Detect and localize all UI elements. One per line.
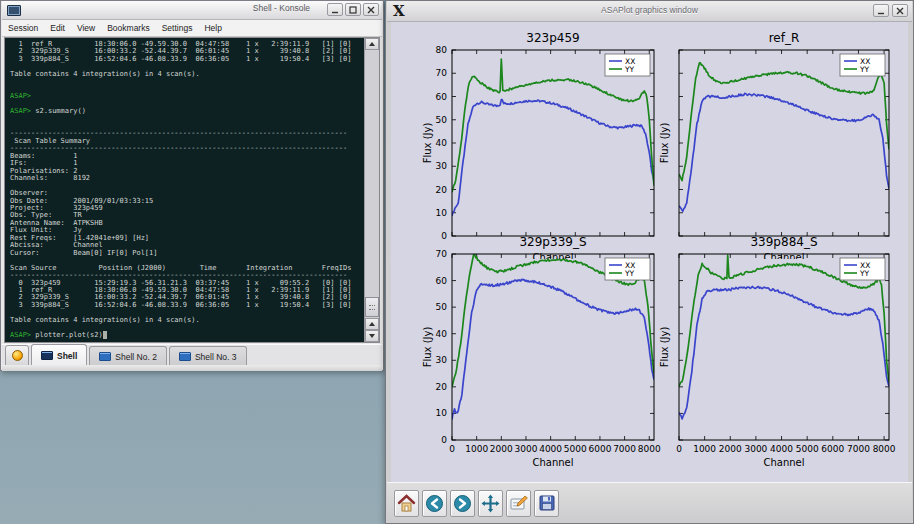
terminal-line: ASAP> s2.summary() (10, 108, 364, 115)
edit-button[interactable] (506, 490, 531, 517)
scrollbar-thumb[interactable] (365, 297, 379, 317)
x-tick-label: 7000 (613, 444, 636, 454)
subplot-title: 339p884_S (750, 235, 817, 249)
y-axis-label: Flux (Jy) (659, 123, 670, 164)
terminal-line: ASAP> plotter.plot(s2) (10, 332, 364, 339)
tab-shell-no-2[interactable]: Shell No. 2 (89, 346, 167, 366)
save-button[interactable] (534, 490, 559, 517)
x-tick-label: 5000 (796, 444, 819, 454)
x-tick-label: 2000 (719, 444, 742, 454)
tab-label: Shell No. 2 (115, 352, 157, 362)
menu-item-edit[interactable]: Edit (44, 20, 71, 36)
asaplot-window: X ASAPlot graphics window 01020304050607… (385, 0, 914, 524)
scroll-up-button[interactable] (365, 38, 379, 50)
forward-button[interactable] (450, 490, 475, 517)
series-XX-line (679, 93, 889, 211)
y-tick-label: 20 (436, 382, 448, 392)
y-axis-label: Flux (Jy) (422, 123, 433, 164)
legend-label: YY (624, 65, 635, 74)
close-button[interactable] (363, 3, 379, 16)
new-session-button[interactable] (5, 345, 29, 366)
plots-canvas[interactable]: 01020304050607080323p459Flux (Jy)XXYYref… (391, 22, 908, 482)
terminal-line (10, 78, 364, 85)
x-tick-label: 4000 (539, 444, 562, 454)
konsole-bottom-frame (2, 365, 382, 371)
konsole-titlebar[interactable]: Shell - Konsole (2, 1, 382, 20)
x-tick-label: 1000 (693, 444, 716, 454)
asaplot-close-button[interactable] (892, 4, 908, 17)
x-tick-label: 3000 (744, 444, 767, 454)
pan-button[interactable] (478, 490, 503, 517)
menu-item-session[interactable]: Session (2, 20, 44, 36)
x-tick-label: 5000 (564, 444, 587, 454)
maximize-icon (349, 6, 357, 14)
terminal-line (10, 86, 364, 93)
terminal-scrollbar[interactable] (364, 38, 379, 342)
figure-area: 01020304050607080323p459Flux (Jy)XXYYref… (391, 22, 908, 482)
legend-label: YY (624, 269, 635, 278)
scroll-down-button[interactable] (365, 330, 379, 342)
konsole-app-icon (7, 5, 21, 16)
y-tick-label: 0 (441, 231, 447, 241)
terminal-frame: 1 ref_R 18:30:06.0 -49.59.30.0 04:47:58 … (4, 37, 380, 343)
x-tick-label: 0 (676, 444, 682, 454)
tab-shell-no-3[interactable]: Shell No. 3 (169, 346, 247, 366)
maximize-button[interactable] (345, 3, 361, 16)
y-tick-label: 60 (436, 92, 448, 102)
y-tick-label: 20 (436, 185, 448, 195)
konsole-tabbar: ShellShell No. 2Shell No. 3 (2, 344, 382, 366)
x-tick-label: 1000 (465, 444, 488, 454)
x-tick-label: 6000 (588, 444, 611, 454)
terminal-icon (99, 352, 111, 361)
tab-shell[interactable]: Shell (31, 344, 87, 366)
down-arrow-icon (369, 334, 375, 338)
y-tick-label: 0 (441, 435, 447, 445)
back-button[interactable] (422, 490, 447, 517)
y-tick-label: 80 (436, 45, 448, 55)
subplot-title: 329p339_S (519, 235, 586, 249)
x-axis-label: Channel (763, 457, 804, 468)
menu-item-view[interactable]: View (71, 20, 101, 36)
x-tick-label: 8000 (638, 444, 661, 454)
y-tick-label: 40 (436, 329, 448, 339)
tab-label: Shell No. 3 (195, 352, 237, 362)
back-icon (425, 494, 444, 513)
tab-label: Shell (57, 351, 77, 361)
close-icon (367, 6, 375, 14)
legend-label: YY (859, 65, 870, 74)
terminal-line: ASAP> (10, 93, 364, 100)
y-tick-label: 10 (436, 408, 448, 418)
save-icon (538, 494, 556, 512)
menu-item-help[interactable]: Help (198, 20, 227, 36)
menu-item-settings[interactable]: Settings (156, 20, 199, 36)
terminal-line: Table contains 4 integration(s) in 4 sca… (10, 71, 364, 78)
menu-item-bookmarks[interactable]: Bookmarks (101, 20, 156, 36)
up-arrow-icon (369, 322, 375, 326)
plot-toolbar (387, 482, 912, 523)
terminal-icon (179, 352, 191, 361)
clipped-channel-label: Channel (763, 252, 804, 263)
terminal-line: Table contains 4 integration(s) in 4 sca… (10, 317, 364, 324)
asaplot-titlebar[interactable]: X ASAPlot graphics window (387, 1, 912, 22)
asaplot-minimize-button[interactable] (873, 4, 889, 17)
axes-border (452, 50, 654, 236)
y-tick-label: 30 (436, 161, 448, 171)
legend-label: YY (859, 269, 870, 278)
series-YY-line (452, 59, 654, 192)
terminal-output[interactable]: 1 ref_R 18:30:06.0 -49.59.30.0 04:47:58 … (5, 38, 364, 342)
close-icon (896, 7, 904, 15)
terminal-line: 3 339p884_S 16:52:04.6 -46.08.33.9 06:36… (10, 56, 364, 63)
y-tick-label: 40 (436, 138, 448, 148)
new-session-icon (12, 350, 23, 361)
y-axis-label: Flux (Jy) (659, 327, 670, 368)
x-tick-label: 2000 (490, 444, 513, 454)
home-icon (397, 494, 416, 513)
subplot-title: ref_R (769, 31, 800, 45)
home-button[interactable] (394, 490, 419, 517)
terminal-line: Cursor: Beam[0] IF[0] Pol[1] (10, 250, 364, 257)
minimize-button[interactable] (327, 3, 343, 16)
x-tick-label: 0 (449, 444, 455, 454)
scroll-up-button-bottom[interactable] (365, 318, 379, 330)
terminal-line (10, 183, 364, 190)
series-XX-line (452, 100, 654, 217)
